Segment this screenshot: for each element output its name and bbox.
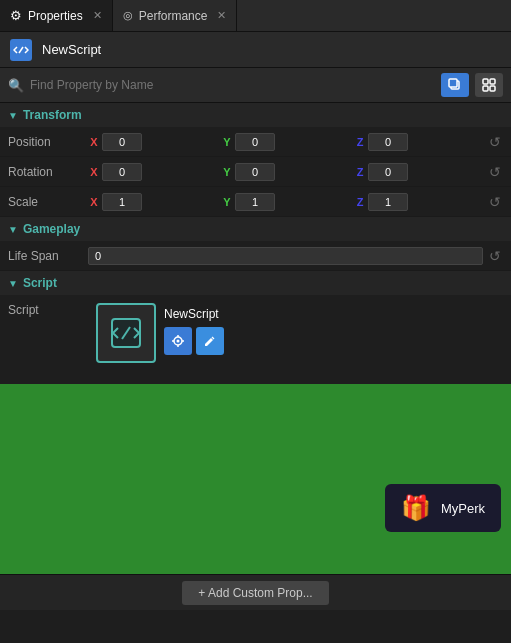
lifespan-fields: ↺ — [88, 247, 503, 265]
scale-x-input[interactable] — [102, 193, 142, 211]
rotation-x-input[interactable] — [102, 163, 142, 181]
lifespan-reset-button[interactable]: ↺ — [487, 249, 503, 263]
scale-fields: X Y Z ↺ — [88, 193, 503, 211]
transform-arrow: ▼ — [8, 110, 18, 121]
rotation-x-label: X — [88, 166, 100, 178]
position-label: Position — [8, 135, 88, 149]
script-info: NewScript — [164, 303, 503, 355]
position-y-label: Y — [221, 136, 233, 148]
rotation-label: Rotation — [8, 165, 88, 179]
svg-line-0 — [19, 47, 23, 53]
tab-properties[interactable]: ⚙ Properties ✕ — [0, 0, 113, 31]
position-y-input[interactable] — [235, 133, 275, 151]
scale-z-input[interactable] — [368, 193, 408, 211]
transform-section-header[interactable]: ▼ Transform — [0, 103, 511, 127]
svg-rect-6 — [490, 86, 495, 91]
scale-row: Scale X Y Z ↺ — [0, 187, 511, 217]
position-z-label: Z — [354, 136, 366, 148]
transform-section-label: Transform — [23, 108, 82, 122]
rotation-z-label: Z — [354, 166, 366, 178]
script-section-label: Script — [23, 276, 57, 290]
script-name-text: NewScript — [164, 303, 503, 321]
script-thumbnail[interactable] — [96, 303, 156, 363]
myperk-label: MyPerk — [441, 501, 485, 516]
search-copy-button[interactable] — [441, 73, 469, 97]
script-navigate-button[interactable] — [164, 327, 192, 355]
gameplay-section-header[interactable]: ▼ Gameplay — [0, 217, 511, 241]
svg-rect-5 — [483, 86, 488, 91]
rotation-x-group: X — [88, 163, 217, 181]
performance-tab-close[interactable]: ✕ — [217, 9, 226, 22]
search-layout-button[interactable] — [475, 73, 503, 97]
position-z-input[interactable] — [368, 133, 408, 151]
script-bar-icon — [10, 39, 32, 61]
rotation-z-input[interactable] — [368, 163, 408, 181]
script-prop-row: Script NewScript — [0, 295, 511, 371]
myperk-popup[interactable]: 🎁 MyPerk — [385, 484, 501, 532]
lifespan-row: Life Span ↺ — [0, 241, 511, 271]
script-section-header[interactable]: ▼ Script — [0, 271, 511, 295]
preview-area: 🎁 MyPerk — [0, 384, 511, 574]
bottom-bar: + Add Custom Prop... — [0, 574, 511, 610]
rotation-y-input[interactable] — [235, 163, 275, 181]
svg-rect-3 — [483, 79, 488, 84]
gameplay-arrow: ▼ — [8, 224, 18, 235]
scale-y-group: Y — [221, 193, 350, 211]
position-fields: X Y Z ↺ — [88, 133, 503, 151]
tab-bar: ⚙ Properties ✕ ◎ Performance ✕ — [0, 0, 511, 32]
properties-tab-close[interactable]: ✕ — [93, 9, 102, 22]
position-row: Position X Y Z ↺ — [0, 127, 511, 157]
script-edit-button[interactable] — [196, 327, 224, 355]
scale-label: Scale — [8, 195, 88, 209]
position-x-group: X — [88, 133, 217, 151]
rotation-y-group: Y — [221, 163, 350, 181]
search-icon: 🔍 — [8, 78, 24, 93]
properties-tab-icon: ⚙ — [10, 8, 22, 23]
position-z-group: Z — [354, 133, 483, 151]
lifespan-input[interactable] — [88, 247, 483, 265]
gift-icon: 🎁 — [401, 494, 431, 522]
position-x-label: X — [88, 136, 100, 148]
script-name-bar: NewScript — [0, 32, 511, 68]
scale-z-label: Z — [354, 196, 366, 208]
svg-rect-4 — [490, 79, 495, 84]
script-arrow: ▼ — [8, 278, 18, 289]
rotation-row: Rotation X Y Z ↺ — [0, 157, 511, 187]
add-custom-prop-button[interactable]: + Add Custom Prop... — [182, 581, 328, 605]
position-x-input[interactable] — [102, 133, 142, 151]
search-bar: 🔍 — [0, 68, 511, 103]
performance-tab-icon: ◎ — [123, 9, 133, 22]
script-name-display: NewScript — [42, 42, 101, 57]
properties-tab-label: Properties — [28, 9, 83, 23]
rotation-z-group: Z — [354, 163, 483, 181]
add-custom-prop-label: + Add Custom Prop... — [198, 586, 312, 600]
rotation-reset-button[interactable]: ↺ — [487, 165, 503, 179]
rotation-y-label: Y — [221, 166, 233, 178]
performance-tab-label: Performance — [139, 9, 208, 23]
position-reset-button[interactable]: ↺ — [487, 135, 503, 149]
scale-y-input[interactable] — [235, 193, 275, 211]
panel-content: ▼ Transform Position X Y Z ↺ Rotation X — [0, 103, 511, 384]
scale-z-group: Z — [354, 193, 483, 211]
rotation-fields: X Y Z ↺ — [88, 163, 503, 181]
script-actions — [164, 327, 503, 355]
scale-y-label: Y — [221, 196, 233, 208]
scale-x-group: X — [88, 193, 217, 211]
position-y-group: Y — [221, 133, 350, 151]
gameplay-section-label: Gameplay — [23, 222, 80, 236]
tab-performance[interactable]: ◎ Performance ✕ — [113, 0, 238, 31]
svg-rect-2 — [449, 79, 457, 87]
scale-x-label: X — [88, 196, 100, 208]
search-input[interactable] — [30, 78, 435, 92]
script-prop-label: Script — [8, 303, 88, 317]
svg-point-10 — [177, 340, 180, 343]
lifespan-label: Life Span — [8, 249, 88, 263]
scale-reset-button[interactable]: ↺ — [487, 195, 503, 209]
